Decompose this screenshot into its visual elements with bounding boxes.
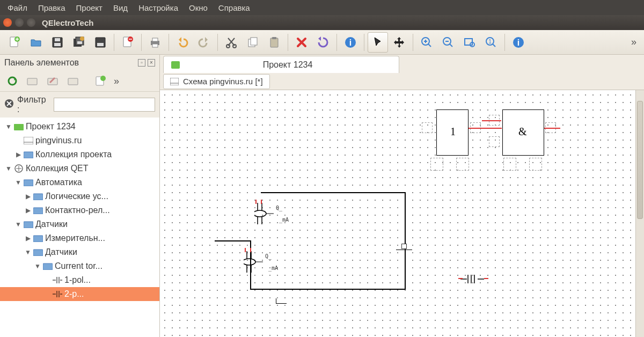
tree-expand-icon[interactable]: ▼: [5, 165, 12, 172]
svg-point-57: [254, 210, 266, 217]
wire[interactable]: [405, 192, 406, 289]
window-close-button[interactable]: [3, 18, 12, 27]
tree-expand-icon[interactable]: ▶: [25, 207, 31, 214]
menu-project[interactable]: Проект: [71, 1, 108, 14]
ct-1-label-q: Q_: [276, 205, 282, 211]
wire[interactable]: [261, 192, 406, 193]
undo-button[interactable]: [172, 32, 193, 53]
menu-edit[interactable]: Правка: [33, 1, 71, 14]
svg-rect-49: [33, 250, 43, 256]
terminal-red: [250, 248, 251, 252]
menu-file[interactable]: Файл: [2, 1, 33, 14]
ct-element-3[interactable]: [460, 272, 484, 289]
terminal[interactable]: [430, 158, 443, 171]
schema-tab[interactable]: Схема pingvinus.ru [*]: [163, 74, 270, 89]
tree-item[interactable]: 1-pol...: [0, 273, 159, 287]
tree-expand-icon[interactable]: ▼: [34, 262, 41, 270]
svg-rect-45: [33, 194, 43, 200]
cut-button[interactable]: [221, 32, 241, 53]
document-tab[interactable]: Проект 1234: [163, 56, 399, 73]
terminal[interactable]: [529, 158, 542, 171]
zoom-in-button[interactable]: [416, 32, 437, 53]
zoom-out-button[interactable]: [438, 32, 458, 53]
wire-red[interactable]: [544, 128, 560, 129]
tree-expand-icon[interactable]: ▼: [5, 123, 12, 130]
filter-clear-icon[interactable]: [4, 99, 14, 111]
menu-help[interactable]: Справка: [213, 1, 255, 14]
copy-button[interactable]: [243, 32, 263, 53]
terminal[interactable]: [456, 158, 469, 171]
zoom-reset-button[interactable]: 1: [481, 32, 501, 53]
edit-folder-button[interactable]: [44, 73, 62, 89]
qet-icon: [14, 165, 24, 172]
close-button[interactable]: [118, 32, 138, 53]
menu-window[interactable]: Окно: [184, 1, 213, 14]
panel-undock-icon[interactable]: ▫: [138, 59, 145, 67]
save-all-button[interactable]: [69, 32, 89, 53]
wire-stub[interactable]: [396, 243, 412, 250]
about-button[interactable]: i: [508, 32, 529, 53]
open-button[interactable]: [26, 32, 46, 53]
wire-red[interactable]: [482, 120, 501, 121]
tree-expand-icon[interactable]: ▶: [25, 235, 31, 242]
new-folder-button[interactable]: [24, 73, 42, 89]
wire-stub[interactable]: [276, 298, 287, 304]
delete-button[interactable]: [291, 32, 312, 53]
redo-button[interactable]: [194, 32, 214, 53]
tree-item[interactable]: ▼Датчики: [0, 245, 159, 259]
tree-item[interactable]: ▶Логические ус...: [0, 189, 159, 203]
tree-item[interactable]: ▼Проект 1234: [0, 120, 159, 134]
print-button[interactable]: [145, 32, 165, 53]
toolbar-overflow-icon[interactable]: »: [628, 36, 640, 48]
menu-view[interactable]: Вид: [108, 1, 133, 14]
ct-element-2[interactable]: [244, 251, 265, 275]
tree-item[interactable]: ▼Коллекция QET: [0, 162, 159, 175]
elements-panel: Панель элементов ▫ × » Фильтр : ▼Проект …: [0, 55, 160, 337]
scrollbar-thumb[interactable]: [637, 101, 643, 219]
zoom-fit-button[interactable]: [459, 32, 480, 53]
tree-expand-icon[interactable]: ▶: [25, 193, 31, 200]
tree-item-label: 1-pol...: [64, 275, 91, 285]
tree-item[interactable]: ▼Current tor...: [0, 259, 159, 273]
save-as-button[interactable]: [90, 32, 111, 53]
terminal[interactable]: [422, 122, 433, 133]
paste-button[interactable]: [264, 32, 284, 53]
drawing-canvas[interactable]: 1 &: [160, 90, 635, 337]
tree-expand-icon[interactable]: ▼: [15, 221, 21, 228]
tree-expand-icon[interactable]: ▼: [15, 179, 21, 186]
elements-tree[interactable]: ▼Проект 1234pingvinus.ru▶Коллекция проек…: [0, 118, 159, 337]
save-button[interactable]: [47, 32, 68, 53]
terminal[interactable]: [503, 158, 516, 171]
menu-settings[interactable]: Настройка: [133, 1, 184, 14]
wire[interactable]: [250, 289, 406, 290]
ct-element-1[interactable]: [254, 203, 276, 226]
window-minimize-button[interactable]: [15, 18, 24, 27]
wire[interactable]: [215, 240, 251, 241]
svg-point-8: [80, 36, 84, 41]
pointer-button[interactable]: [368, 32, 388, 53]
tree-item[interactable]: ▶Контактно-рел...: [0, 203, 159, 217]
terminal[interactable]: [489, 136, 500, 147]
rotate-button[interactable]: [313, 32, 333, 53]
window-maximize-button[interactable]: [27, 18, 35, 27]
tree-item[interactable]: ▼Датчики: [0, 217, 159, 231]
refresh-button[interactable]: [3, 73, 21, 89]
vertical-scrollbar[interactable]: [635, 90, 644, 337]
tree-item[interactable]: ▶Измерительн...: [0, 231, 159, 245]
wire-red[interactable]: [469, 128, 502, 129]
new-doc-button[interactable]: [4, 32, 25, 53]
tree-expand-icon[interactable]: ▼: [25, 248, 31, 256]
tree-expand-icon[interactable]: ▶: [15, 151, 21, 158]
panel-overflow-icon[interactable]: »: [112, 76, 121, 87]
filter-input[interactable]: [54, 98, 155, 112]
new-element-button[interactable]: [91, 73, 109, 89]
tree-item[interactable]: ▶Коллекция проекта: [0, 148, 159, 162]
tree-item[interactable]: pingvinus.ru: [0, 134, 159, 148]
move-button[interactable]: [389, 32, 409, 53]
panel-close-icon[interactable]: ×: [148, 59, 155, 67]
tree-item[interactable]: ▼Автоматика: [0, 175, 159, 189]
info-button[interactable]: i: [340, 32, 361, 53]
delete-folder-button[interactable]: [64, 73, 83, 89]
tree-item[interactable]: 2-p...: [0, 287, 159, 301]
tree-item-label: 2-p...: [64, 289, 84, 299]
